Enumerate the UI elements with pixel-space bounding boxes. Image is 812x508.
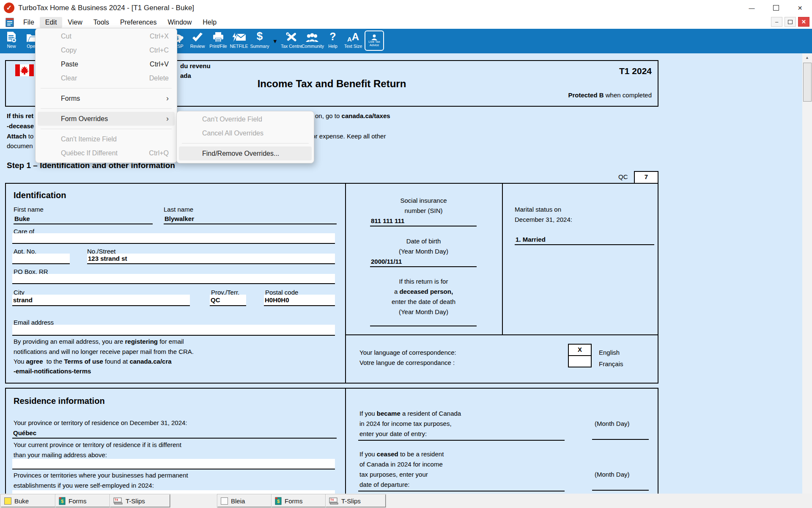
divider	[345, 334, 658, 335]
email-note-line: By providing an email address, you are r…	[14, 338, 184, 345]
toolbar-summary-button[interactable]: $ Summary	[249, 31, 270, 49]
business-provinces-field[interactable]	[12, 490, 335, 494]
taskbar-tslips2-button[interactable]: T4 T-Slips	[326, 494, 386, 507]
window-minimize-button[interactable]: —	[740, 0, 764, 16]
language-english-label: English	[599, 349, 620, 356]
qc-code-field[interactable]: 7	[634, 171, 658, 184]
vertical-scrollbar[interactable]: ▲	[802, 53, 812, 494]
current-residence-field[interactable]	[12, 459, 335, 469]
window-maximize-button[interactable]	[764, 0, 788, 16]
menu-item-quebec-if-different[interactable]: Québec If DifferentCtrl+Q	[38, 146, 175, 160]
menu-item-form-overrides[interactable]: Form Overrides›	[38, 112, 175, 126]
toolbar-taxcentre-button[interactable]: Tax Centre	[281, 31, 302, 49]
toolbar-textsize-button[interactable]: AA Text Size	[343, 31, 364, 49]
language-english-checkbox[interactable]: X	[568, 344, 592, 356]
document-restore-button[interactable]	[785, 17, 796, 27]
toolbar-help-button[interactable]: ? Help	[322, 31, 343, 49]
apt-field[interactable]	[12, 254, 70, 264]
scrollbar-thumb[interactable]	[803, 63, 812, 102]
email-field[interactable]	[12, 325, 335, 336]
menu-help[interactable]: Help	[197, 17, 222, 28]
menu-item-forms[interactable]: Forms›	[38, 91, 175, 105]
street-field[interactable]	[87, 254, 335, 264]
sin-field[interactable]	[370, 216, 477, 226]
menu-file[interactable]: File	[18, 17, 40, 28]
prov-field[interactable]	[210, 295, 246, 306]
date-of-death-field[interactable]	[370, 316, 477, 326]
turbotax-logo-icon: ✓	[4, 3, 14, 13]
form-code: T1 2024	[619, 66, 652, 76]
marital-status-field[interactable]	[515, 234, 654, 245]
intro-fragment: on, go to canada.ca/taxes	[315, 112, 390, 119]
care-of-field[interactable]	[12, 233, 335, 244]
taskbar-bleia-button[interactable]: Bleia	[217, 494, 277, 507]
identification-title: Identification	[14, 190, 66, 200]
dob-field[interactable]	[370, 257, 477, 267]
divider	[502, 184, 503, 334]
taskbar-buke-button[interactable]: Buke	[1, 494, 61, 507]
departure-note-line: tax purposes, enter your	[359, 471, 428, 478]
residence-box: Residence information Your province or t…	[5, 388, 658, 494]
menu-item-cant-override[interactable]: Can't Override Field	[179, 112, 312, 126]
menu-item-copy[interactable]: CopyCtrl+C	[38, 43, 175, 57]
business-provinces-question: establishments if you were self-employed…	[14, 482, 154, 489]
residence-province-field[interactable]	[12, 428, 337, 439]
entry-note-line: in 2024 for income tax purposes,	[359, 420, 452, 427]
document-minimize-button[interactable]: –	[771, 17, 782, 27]
scroll-up-arrow-icon[interactable]: ▲	[802, 53, 812, 61]
language-french-checkbox[interactable]	[568, 355, 592, 367]
file-taskbar: Buke $ Forms T4 T-Slips Bleia $ Forms	[0, 494, 812, 508]
po-box-field[interactable]	[12, 274, 335, 284]
document-close-button[interactable]: ✕	[798, 17, 809, 27]
toolbar-livetax-button[interactable]: Live Tax Advice	[364, 30, 385, 51]
menu-view[interactable]: View	[62, 17, 88, 28]
toolbar-new-button[interactable]: New	[1, 31, 22, 49]
menu-item-cant-itemize[interactable]: Can't Itemize Field	[38, 132, 175, 146]
close-icon: ✕	[798, 5, 803, 11]
city-field[interactable]	[12, 295, 190, 306]
menu-window[interactable]: Window	[162, 17, 197, 28]
entry-date-field[interactable]	[592, 430, 649, 440]
summary-dropdown-arrow-icon[interactable]: ▼	[272, 38, 278, 44]
menu-edit[interactable]: Edit	[40, 17, 63, 28]
menu-separator	[41, 129, 172, 129]
taskbar-forms-button[interactable]: $ Forms	[55, 494, 115, 507]
taskbar-forms2-button[interactable]: $ Forms	[272, 494, 332, 507]
menu-item-cut[interactable]: CutCtrl+X	[38, 29, 175, 43]
menu-separator	[182, 143, 309, 144]
menu-item-clear[interactable]: ClearDelete	[38, 71, 175, 85]
svg-text:T4: T4	[115, 498, 118, 501]
language-label-en: Your language of correspondence:	[359, 349, 456, 356]
sin-label: Social insurance	[345, 197, 502, 204]
departure-note-line: If you ceased to be a resident	[359, 450, 444, 458]
window-close-button[interactable]: ✕	[788, 0, 812, 16]
protected-note: Protected B when completed	[568, 91, 652, 99]
menu-item-find-remove-overrides[interactable]: Find/Remove Overrides...	[179, 146, 312, 160]
menu-tools[interactable]: Tools	[88, 17, 115, 28]
departure-date-line	[358, 491, 565, 491]
menu-item-paste[interactable]: PasteCtrl+V	[38, 57, 175, 71]
canada-flag-icon	[15, 64, 34, 76]
toolbar-review-button[interactable]: Review	[187, 31, 208, 49]
toolbar-printfile-button[interactable]: Print/File	[208, 31, 229, 49]
first-name-field[interactable]	[14, 213, 153, 224]
last-name-label: Last name	[164, 206, 193, 213]
toolbar-netfile-button[interactable]: NETFILE	[228, 31, 250, 49]
new-document-icon	[6, 32, 16, 43]
document-app-icon	[5, 18, 14, 27]
menu-separator	[41, 108, 172, 109]
postal-field[interactable]	[264, 295, 335, 306]
entry-note-line: If you became a resident of Canada	[359, 410, 461, 417]
t4-slip-icon: T4	[113, 497, 123, 505]
current-residence-question: Your current province or territory of re…	[14, 441, 181, 448]
marital-label: Marital status on	[515, 206, 561, 213]
current-residence-question: than your mailing address above:	[14, 451, 107, 458]
live-tax-person-icon	[371, 34, 378, 40]
last-name-field[interactable]	[164, 213, 337, 224]
menu-preferences[interactable]: Preferences	[115, 17, 162, 28]
taskbar-tslips-button[interactable]: T4 T-Slips	[110, 494, 170, 507]
departure-date-field[interactable]	[592, 481, 649, 491]
menu-item-cancel-all-overrides[interactable]: Cancel All Overrides	[179, 126, 312, 140]
toolbar-community-button[interactable]: Community	[302, 31, 323, 49]
departure-note-line: date of departure:	[359, 481, 409, 488]
